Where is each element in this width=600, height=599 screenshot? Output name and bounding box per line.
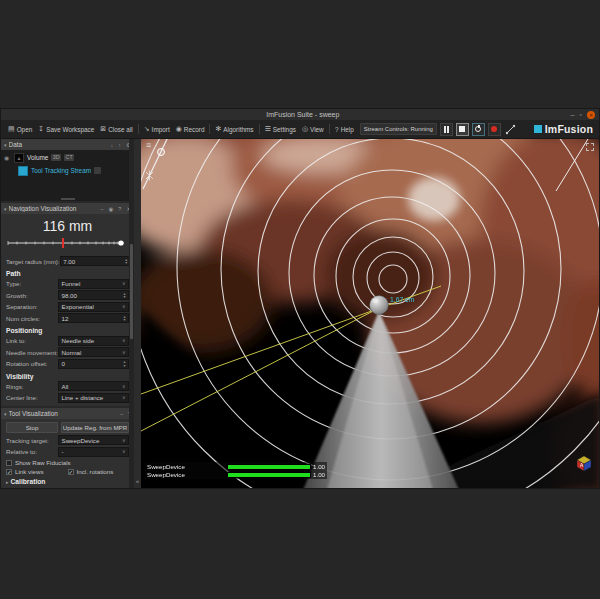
chevron-down-icon: ∨	[122, 384, 126, 389]
ruler-marker[interactable]	[62, 238, 64, 248]
stream-controls-status: Stream Controls: Running	[360, 123, 437, 135]
minimize-button[interactable]: –	[571, 111, 575, 118]
target-radius-spinbox[interactable]: 7.00 ▴▾	[60, 256, 131, 266]
spin-arrows-icon[interactable]: ▴▾	[125, 258, 127, 265]
sidebar-splitter[interactable]: «	[134, 139, 141, 488]
type-select[interactable]: Funnel∨	[58, 279, 129, 289]
toolbar-divider	[259, 124, 260, 134]
distance-ruler[interactable]	[6, 237, 127, 249]
navigation-visualization-panel: ▾ Navigation Visualization – ◉ ? ✕ 116 m…	[1, 203, 134, 406]
left-sidebar: ▾ Data ↓ ↑ ⚙ ◉ ▲ Volume 3D CT	[1, 139, 134, 488]
maximize-button[interactable]: ▫	[580, 111, 582, 118]
checkbox-checked[interactable]: ✓	[68, 469, 74, 475]
pause-icon	[444, 126, 450, 133]
pin-icon[interactable]: ◉	[109, 206, 114, 212]
chevron-down-icon: ∨	[122, 395, 126, 400]
imfusion-logo: ImFusion	[534, 123, 595, 135]
viewport-maximize-icon[interactable]	[586, 143, 594, 151]
close-button[interactable]: ✕	[587, 111, 595, 119]
power-stream-button[interactable]	[472, 123, 485, 136]
ruler-end-handle[interactable]	[118, 240, 123, 245]
algorithms-button[interactable]: ✻Algorithms	[212, 123, 256, 135]
main-toolbar: ▤Open ↧Save Workspace ⊠Close all ↘Import…	[1, 120, 599, 139]
chevron-down-icon: ∨	[122, 338, 126, 343]
measure-tool-button[interactable]	[504, 123, 517, 136]
show-raw-fiducials-checkbox[interactable]: Show Raw Fiducials	[6, 459, 129, 466]
checkbox-unchecked[interactable]	[6, 460, 12, 466]
growth-spinbox[interactable]: 98.00▴▾	[58, 290, 129, 300]
toolbar-divider	[209, 124, 210, 134]
nav-panel-header[interactable]: ▾ Navigation Visualization – ◉ ? ✕	[1, 203, 134, 214]
stream-status-overlay: SweepDevice 1.00 SweepDevice 1.00	[145, 462, 327, 479]
badge-3d: 3D	[51, 154, 61, 161]
panel-resize-grip[interactable]	[61, 198, 75, 200]
num-circles-spinbox[interactable]: 12▴▾	[58, 313, 129, 323]
help-icon[interactable]: ?	[118, 206, 121, 212]
viewport-menu-icon[interactable]: ≡	[146, 141, 151, 150]
pause-stream-button[interactable]	[440, 123, 453, 136]
update-reg-button[interactable]: Update Reg. from MPR	[61, 422, 129, 433]
open-button[interactable]: ▤Open	[5, 123, 35, 135]
tool-panel-header[interactable]: ▾ Tool Visualization – ?	[1, 408, 134, 419]
link-views-checkbox[interactable]: ✓ Link views	[6, 468, 68, 475]
list-item-volume[interactable]: ◉ ▲ Volume 3D CT	[1, 151, 134, 164]
record-dot-icon	[491, 126, 497, 132]
view-button[interactable]: ◎View	[299, 123, 327, 135]
data-panel-header[interactable]: ▾ Data ↓ ↑ ⚙	[1, 139, 134, 150]
power-icon	[475, 126, 481, 132]
incl-rotations-checkbox[interactable]: ✓ Incl. rotations	[68, 468, 130, 475]
scrollbar-thumb[interactable]	[130, 244, 133, 339]
volume-thumbnail: ▲	[14, 153, 24, 163]
spin-arrows-icon[interactable]: ▴▾	[123, 360, 125, 367]
tool-visualization-panel: ▾ Tool Visualization – ? Stop Update Reg…	[1, 408, 134, 488]
stop-button[interactable]: Stop	[6, 422, 58, 433]
list-item-tracking-stream[interactable]: Tool Tracking Stream	[1, 164, 134, 177]
chevron-down-icon: ∨	[122, 281, 126, 286]
close-all-button[interactable]: ⊠Close all	[97, 123, 135, 135]
stream-type-badge	[94, 167, 101, 174]
move-down-icon[interactable]: ↓	[111, 142, 114, 148]
rotation-offset-spinbox[interactable]: 0▴▾	[58, 359, 129, 369]
help-button[interactable]: ?Help	[332, 124, 357, 135]
relative-to-select[interactable]: -∨	[58, 447, 129, 457]
minimize-panel-icon[interactable]: –	[100, 206, 103, 212]
import-button[interactable]: ↘Import	[141, 123, 173, 135]
calibration-section-toggle[interactable]: ▸ Calibration	[6, 478, 129, 485]
view-icon: ◎	[302, 125, 308, 133]
checkbox-checked[interactable]: ✓	[6, 469, 12, 475]
caliper-icon	[505, 124, 516, 135]
stop-stream-button[interactable]	[456, 123, 469, 136]
close-all-icon: ⊠	[100, 125, 106, 133]
visibility-eye-icon[interactable]: ◉	[4, 154, 11, 161]
link-to-select[interactable]: Needle side∨	[58, 336, 129, 346]
needle-movement-select[interactable]: Normal∨	[58, 347, 129, 357]
section-visibility: Visibility	[6, 373, 129, 380]
move-up-icon[interactable]: ↑	[118, 142, 121, 148]
collapse-icon[interactable]: ▾	[4, 142, 7, 148]
spin-arrows-icon[interactable]: ▴▾	[123, 315, 125, 322]
stream-quality-bar	[227, 472, 311, 478]
data-panel: ▾ Data ↓ ↑ ⚙ ◉ ▲ Volume 3D CT	[1, 139, 134, 201]
settings-icon: ☰	[265, 125, 271, 133]
record-button[interactable]: ◉Record	[173, 123, 208, 135]
title-bar[interactable]: ImFusion Suite - sweep – ▫ ✕	[1, 109, 599, 120]
center-line-select[interactable]: Line + distance∨	[58, 393, 129, 403]
collapse-icon[interactable]: ▾	[4, 206, 7, 212]
separation-select[interactable]: Exponential∨	[58, 302, 129, 312]
stream-row: SweepDevice 1.00	[147, 471, 325, 478]
imfusion-logo-icon	[534, 125, 542, 133]
collapse-sidebar-icon[interactable]: «	[134, 478, 141, 484]
spin-arrows-icon[interactable]: ▴▾	[123, 292, 125, 299]
orientation-cube[interactable]: A	[575, 454, 593, 472]
minimize-panel-icon[interactable]: –	[120, 411, 123, 417]
settings-button[interactable]: ☰Settings	[262, 123, 299, 135]
record-stream-button[interactable]	[488, 123, 501, 136]
3d-viewport[interactable]: ≡ 1.67 cm SweepDevice 1.00 SweepDevice 1…	[141, 139, 599, 488]
save-workspace-button[interactable]: ↧Save Workspace	[35, 123, 97, 135]
chevron-down-icon: ∨	[122, 449, 126, 454]
tracking-target-select[interactable]: SweepDevice∨	[58, 435, 129, 445]
collapse-icon[interactable]: ▾	[4, 411, 7, 417]
rings-select[interactable]: All∨	[58, 381, 129, 391]
import-icon: ↘	[144, 125, 150, 133]
toolbar-divider	[138, 124, 139, 134]
